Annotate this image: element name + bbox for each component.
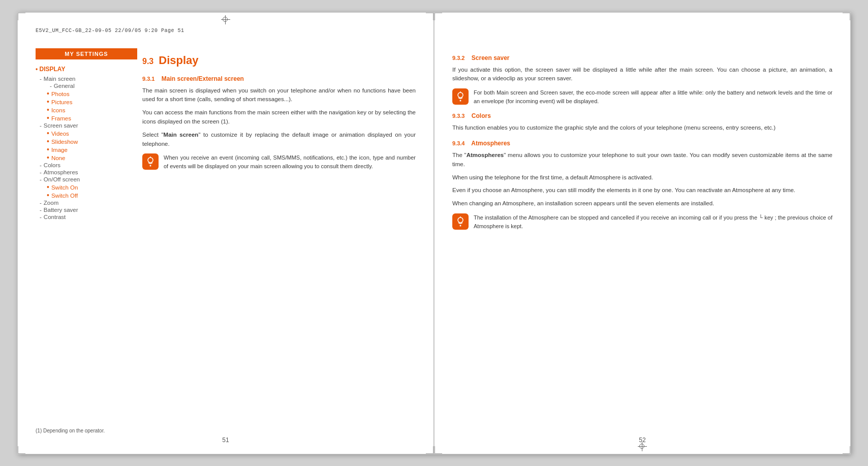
para-1: The main screen is displayed when you sw… xyxy=(142,86,416,105)
sidebar-item-zoom: - Zoom xyxy=(36,200,137,206)
atmospheres-bold: Atmospheres xyxy=(467,152,504,158)
sidebar-item-none: • None xyxy=(36,154,137,161)
note-box-932: For both Main screen and Screen saver, t… xyxy=(452,88,832,105)
subsection-934: 9.3.4 Atmospheres The "Atmospheres" menu… xyxy=(452,140,832,230)
sidebar-item-screen-saver: - Screen saver xyxy=(36,122,137,129)
para-934-4: When changing an Atmosphere, an installa… xyxy=(452,199,832,208)
sidebar-item-switch-on: • Switch On xyxy=(36,183,137,191)
corner-mark-r-tr xyxy=(843,13,850,20)
subsection-931-title: 9.3.1 Main screen/External screen xyxy=(142,75,416,82)
sidebar-item-slideshow: • Slideshow xyxy=(36,138,137,145)
left-page: E5V2_UM_FCC-GB_22-09-05 22/09/05 9:20 Pa… xyxy=(17,12,434,454)
sidebar-item-switch-off: • Switch Off xyxy=(36,192,137,199)
sidebar-item-pictures: • Pictures xyxy=(36,98,137,105)
sidebar-item-general: - General xyxy=(36,83,137,89)
svg-point-3 xyxy=(458,92,463,98)
sidebar-item-videos: • Videos xyxy=(36,130,137,137)
bell-icon xyxy=(145,156,156,167)
top-reg-mark xyxy=(221,15,230,24)
subsection-933: 9.3.3 Colors This function enables you t… xyxy=(452,112,832,133)
sidebar-item-atmospheres: - Atmospheres xyxy=(36,169,137,175)
corner-mark-r-tl xyxy=(435,13,442,20)
sidebar: MY SETTINGS • DISPLAY - Main screen - Ge… xyxy=(36,48,137,221)
bell-icon-932 xyxy=(455,91,466,102)
note-1-text: When you receive an event (incoming call… xyxy=(164,153,416,170)
page-header: E5V2_UM_FCC-GB_22-09-05 22/09/05 9:20 Pa… xyxy=(36,28,416,34)
svg-point-1 xyxy=(150,165,151,167)
sidebar-item-icons: • Icons xyxy=(36,106,137,113)
note-icon-932 xyxy=(452,88,469,105)
sidebar-item-colors: - Colors xyxy=(36,162,137,168)
main-screen-bold: Main screen xyxy=(164,132,199,138)
note-box-1: When you receive an event (incoming call… xyxy=(142,153,416,170)
para-932: If you activate this option, the screen … xyxy=(452,66,832,84)
sidebar-item-photos: • Photos xyxy=(36,90,137,97)
section-93-label: Display xyxy=(159,54,198,67)
section-93-title: 9.3 Display xyxy=(142,54,416,67)
corner-mark-r-br xyxy=(843,446,850,454)
sidebar-item-frames: • Frames xyxy=(36,114,137,121)
bell-icon-934 xyxy=(455,216,466,227)
para-934-1: The "Atmospheres" menu allows you to cus… xyxy=(452,151,832,169)
sidebar-display-label: • DISPLAY xyxy=(36,66,137,73)
note-icon-934 xyxy=(452,213,469,230)
right-page: 9.3.2 Screen saver If you activate this … xyxy=(434,12,851,454)
sidebar-item-contrast: - Contrast xyxy=(36,214,137,220)
subsection-934-title: 9.3.4 Atmospheres xyxy=(452,140,832,147)
note-932-text: For both Main screen and Screen saver, t… xyxy=(474,88,832,105)
corner-mark-tl xyxy=(18,13,25,20)
note-box-934: The installation of the Atmosphere can b… xyxy=(452,213,832,230)
corner-mark-tr xyxy=(426,13,433,20)
subsection-932-title: 9.3.2 Screen saver xyxy=(452,54,832,61)
sidebar-item-battery-saver: - Battery saver xyxy=(36,207,137,213)
para-933: This function enables you to customize t… xyxy=(452,123,832,133)
svg-point-7 xyxy=(460,225,461,227)
para-3: Select "Main screen" to customize it by … xyxy=(142,131,416,149)
page-number-left: 51 xyxy=(222,437,229,444)
corner-mark-br xyxy=(426,446,433,454)
note-icon-1 xyxy=(142,153,159,170)
corner-mark-bl xyxy=(18,446,25,454)
note-934-text: The installation of the Atmosphere can b… xyxy=(474,213,832,230)
para-2: You can access the main functions from t… xyxy=(142,108,416,127)
svg-point-0 xyxy=(148,158,153,163)
subsection-932: 9.3.2 Screen saver If you activate this … xyxy=(452,54,832,106)
page-number-right: 52 xyxy=(639,437,645,444)
subsection-933-title: 9.3.3 Colors xyxy=(452,112,832,119)
corner-mark-r-bl xyxy=(435,446,442,454)
para-934-3: Even if you choose an Atmosphere, you ca… xyxy=(452,186,832,195)
footnote-left: (1) Depending on the operator. xyxy=(36,428,105,433)
sidebar-item-image: • Image xyxy=(36,146,137,153)
right-main-content: 9.3.2 Screen saver If you activate this … xyxy=(452,28,832,231)
svg-point-4 xyxy=(460,100,461,102)
section-93-num: 9.3 xyxy=(142,57,153,66)
left-main-content: 9.3 Display 9.3.1 Main screen/External s… xyxy=(142,54,416,171)
sidebar-item-onoff-screen: - On/Off screen xyxy=(36,176,137,182)
sidebar-item-main-screen: - Main screen xyxy=(36,76,137,82)
para-934-2: When using the telephone for the first t… xyxy=(452,173,832,182)
sidebar-title: MY SETTINGS xyxy=(36,48,137,59)
svg-point-6 xyxy=(458,218,463,223)
